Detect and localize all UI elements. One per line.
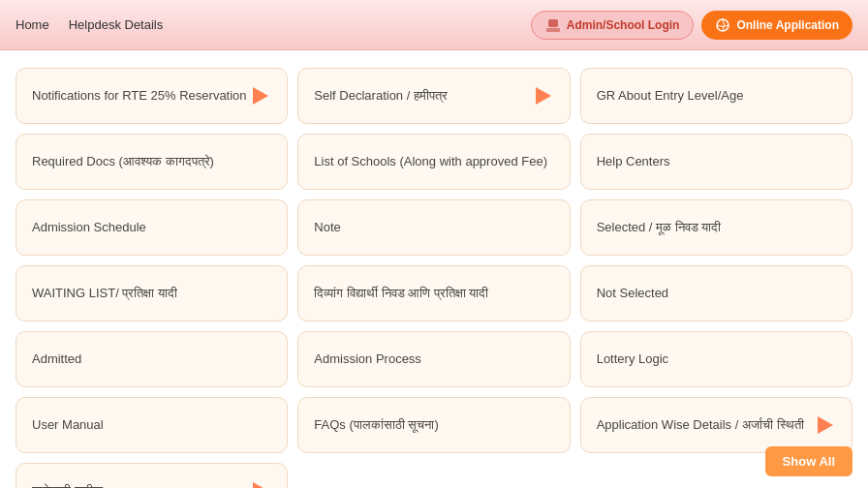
- card-self-declaration[interactable]: Self Declaration / हमीपत्र: [297, 68, 570, 124]
- card-label-note: Note: [314, 219, 340, 236]
- card-label-admission-process: Admission Process: [314, 351, 421, 368]
- card-label-help-centers: Help Centers: [597, 153, 670, 170]
- svg-point-2: [717, 19, 728, 31]
- card-faqs[interactable]: FAQs (पालकांसाठी सूचना): [297, 397, 570, 453]
- svg-rect-1: [546, 28, 560, 32]
- svg-rect-0: [548, 19, 558, 27]
- cards-grid: Notifications for RTE 25% Reservation Se…: [16, 68, 852, 488]
- card-label-admitted: Admitted: [32, 351, 81, 368]
- card-label-waiting-list: WAITING LIST/ प्रतिक्षा यादी: [32, 285, 177, 302]
- flag-badge-icon: [815, 414, 836, 436]
- card-lottery-logic[interactable]: Lottery Logic: [580, 331, 852, 387]
- main-content: Notifications for RTE 25% Reservation Se…: [0, 50, 868, 488]
- card-label-application-wise: Application Wise Details / अर्जाची स्थित…: [597, 416, 804, 434]
- card-note[interactable]: Note: [297, 199, 570, 256]
- svg-marker-4: [536, 87, 551, 105]
- admin-icon: [545, 17, 561, 33]
- card-list-of-schools[interactable]: List of Schools (Along with approved Fee…: [297, 134, 570, 190]
- card-label-gr-about-entry: GR About Entry Level/Age: [597, 87, 744, 105]
- header-buttons: Admin/School Login Online Application: [531, 11, 852, 40]
- svg-marker-5: [818, 416, 833, 434]
- nav-helpdesk[interactable]: Helpdesk Details: [69, 17, 164, 32]
- nav-home[interactable]: Home: [16, 17, 49, 32]
- new-flag-icon: [533, 85, 554, 107]
- svg-marker-6: [253, 482, 268, 488]
- card-label-selected-mulnivad: Selected / मूळ निवड यादी: [597, 219, 722, 236]
- card-praveshachi-tarikh[interactable]: प्रवेशाची तारीख: [16, 463, 288, 488]
- card-waiting-list[interactable]: WAITING LIST/ प्रतिक्षा यादी: [16, 265, 288, 321]
- card-label-self-declaration: Self Declaration / हमीपत्र: [314, 87, 448, 105]
- online-application-button[interactable]: Online Application: [701, 11, 852, 40]
- footer: Show All: [765, 446, 852, 476]
- card-required-docs[interactable]: Required Docs (आवश्यक कागदपत्रे): [16, 134, 288, 190]
- card-not-selected[interactable]: Not Selected: [580, 265, 852, 321]
- show-all-button[interactable]: Show All: [765, 446, 852, 476]
- online-icon: [715, 17, 730, 33]
- card-admitted[interactable]: Admitted: [16, 331, 288, 387]
- new-flag-icon: [250, 85, 271, 107]
- flag-badge-icon: [533, 85, 554, 107]
- card-label-user-manual: User Manual: [32, 416, 104, 434]
- card-label-notifications-rte: Notifications for RTE 25% Reservation: [32, 87, 247, 105]
- card-label-required-docs: Required Docs (आवश्यक कागदपत्रे): [32, 153, 214, 170]
- card-label-divyang-vidyarthi: दिव्यांग विद्यार्थी निवड आणि प्रतिक्षा य…: [314, 285, 488, 302]
- card-label-admission-schedule: Admission Schedule: [32, 219, 146, 236]
- card-label-praveshachi-tarikh: प्रवेशाची तारीख: [32, 482, 103, 488]
- card-admission-schedule[interactable]: Admission Schedule: [16, 199, 288, 256]
- card-divyang-vidyarthi[interactable]: दिव्यांग विद्यार्थी निवड आणि प्रतिक्षा य…: [297, 265, 570, 321]
- flag-badge-icon: [250, 85, 271, 107]
- new-flag-icon: [250, 480, 271, 488]
- card-selected-mulnivad[interactable]: Selected / मूळ निवड यादी: [580, 199, 852, 256]
- svg-marker-3: [253, 87, 268, 105]
- header: Home Helpdesk Details Admin/School Login…: [0, 0, 868, 50]
- card-help-centers[interactable]: Help Centers: [580, 134, 852, 190]
- card-label-not-selected: Not Selected: [597, 285, 668, 302]
- card-label-list-of-schools: List of Schools (Along with approved Fee…: [314, 153, 547, 170]
- card-application-wise[interactable]: Application Wise Details / अर्जाची स्थित…: [580, 397, 852, 453]
- card-notifications-rte[interactable]: Notifications for RTE 25% Reservation: [16, 68, 288, 124]
- card-label-lottery-logic: Lottery Logic: [597, 351, 668, 368]
- card-label-faqs: FAQs (पालकांसाठी सूचना): [314, 416, 438, 434]
- card-gr-about-entry[interactable]: GR About Entry Level/Age: [580, 68, 852, 124]
- card-user-manual[interactable]: User Manual: [16, 397, 288, 453]
- main-nav: Home Helpdesk Details: [16, 17, 531, 32]
- new-flag-icon: [815, 414, 836, 436]
- admin-login-button[interactable]: Admin/School Login: [531, 11, 695, 40]
- flag-badge-icon: [250, 480, 271, 488]
- card-admission-process[interactable]: Admission Process: [297, 331, 570, 387]
